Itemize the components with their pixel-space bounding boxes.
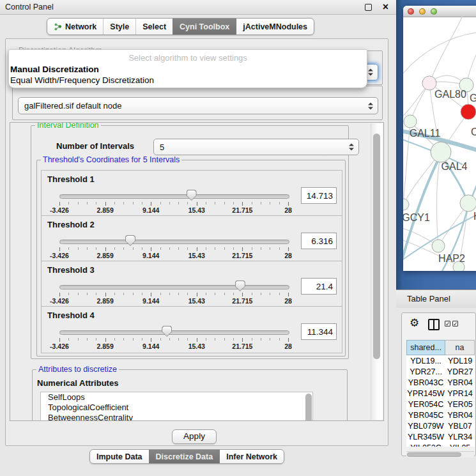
table-panel: ⚙ ✓ ✓ shared... na YDL19...YDL19YDR27...… (396, 308, 476, 476)
tick-mark (59, 247, 60, 251)
dropdown-option-manual[interactable]: Manual Discretization (10, 65, 99, 74)
cell-name[interactable]: YBR04 (445, 410, 475, 420)
threshold-slider-track[interactable] (59, 194, 289, 199)
cell-name[interactable]: YBL07 (445, 420, 475, 431)
close-traffic-light-icon[interactable] (408, 8, 414, 15)
threshold-value-field[interactable]: 11.344 (301, 323, 337, 340)
bottom-tab-impute-data[interactable]: Impute Data (90, 450, 149, 463)
tab-select[interactable]: Select (135, 19, 173, 35)
cell-name[interactable]: YER05 (445, 399, 475, 410)
close-icon[interactable]: × (383, 0, 388, 13)
slider-thumb[interactable] (235, 280, 245, 291)
threshold-4-panel: Threshold 4 -3.4262.8599.14415.4321.7152… (41, 306, 342, 353)
scale-label: 28 (284, 342, 292, 350)
list-scrollbar-thumb[interactable] (305, 394, 312, 421)
tab-network[interactable]: Network (47, 19, 103, 35)
tick-mark (233, 293, 234, 295)
slider-scale-labels: -3.4262.8599.14415.4321.71528 (59, 342, 288, 350)
table-row[interactable]: YDR27...YDR27 (406, 366, 475, 377)
scale-label: -3.426 (50, 206, 69, 214)
cell-name[interactable]: YBR04 (445, 377, 475, 388)
table-row[interactable]: YBR045CYBR04 (406, 410, 475, 420)
tab-label: Network (65, 22, 96, 31)
threshold-value-field[interactable]: 21.4 (301, 278, 337, 295)
column-header-shared-name[interactable]: shared... (406, 340, 445, 355)
zoom-traffic-light-icon[interactable] (431, 8, 437, 15)
threshold-value-field[interactable]: 6.316 (301, 233, 337, 249)
tick-mark (233, 247, 234, 250)
table-row[interactable]: YBR043CYBR04 (406, 377, 475, 388)
cell-shared-name[interactable]: YDL19... (406, 355, 445, 366)
table-panel-inner: ⚙ ✓ ✓ shared... na YDL19...YDL19YDR27...… (401, 312, 476, 456)
tick-mark (215, 293, 215, 295)
bottom-tab-infer-network[interactable]: Infer Network (219, 450, 284, 463)
minimize-traffic-light-icon[interactable] (419, 8, 426, 15)
scrollbar-thumb[interactable] (373, 134, 380, 359)
cell-name[interactable]: YIL05 (445, 442, 475, 447)
scale-label: 9.144 (142, 342, 159, 350)
network-view-area[interactable]: GAL80 GA C GAL11 GAL4 GCY1 H HAP2 (396, 0, 476, 289)
cell-shared-name[interactable]: YDR27... (406, 366, 445, 377)
tick-mark (215, 338, 215, 341)
cell-shared-name[interactable]: YER054C (406, 399, 445, 410)
dropdown-placeholder-option[interactable]: Select algorithm to view settings (9, 53, 367, 63)
dropdown-option-equal-width[interactable]: Equal Width/Frequency Discretization (10, 75, 154, 85)
vertical-scrollbar[interactable] (371, 123, 383, 420)
label-gal11: GAL11 (410, 128, 441, 139)
apply-button[interactable]: Apply (172, 429, 217, 444)
column-header-name[interactable]: na (445, 340, 475, 355)
threshold-value-field[interactable]: 14.713 (301, 187, 337, 204)
tick-mark (78, 202, 79, 204)
column-browse-icon[interactable] (428, 319, 440, 330)
cell-shared-name[interactable]: YBR043C (406, 377, 445, 388)
num-intervals-combo[interactable]: 5 (153, 139, 359, 155)
horizontal-scrollbar[interactable] (406, 451, 474, 457)
cell-name[interactable]: YLR34 (445, 431, 475, 442)
slider-thumb[interactable] (125, 235, 135, 246)
table-row[interactable]: YPR145WYPR14 (406, 388, 475, 399)
slider-thumb[interactable] (162, 326, 172, 337)
attribute-list-item[interactable]: SelfLoops (41, 392, 312, 403)
scrollbar-thumb[interactable] (407, 452, 461, 457)
tab-style[interactable]: Style (103, 19, 135, 35)
bottom-tab-discretize-data[interactable]: Discretize Data (149, 450, 220, 463)
attribute-list-item[interactable]: BetweennessCentrality (41, 413, 312, 421)
node-red-selected (461, 104, 476, 119)
cell-name[interactable]: YDL19 (445, 355, 475, 366)
cell-shared-name[interactable]: YLR345W (406, 431, 445, 442)
checkbox-icon[interactable]: ✓ (445, 321, 450, 326)
cell-shared-name[interactable]: YPR145W (406, 388, 445, 399)
cell-shared-name[interactable]: YBR045C (406, 410, 445, 420)
slider-thumb[interactable] (187, 190, 197, 201)
table-row[interactable]: YDL19...YDL19 (406, 355, 475, 366)
tab-jactivemnodules[interactable]: jActiveMNodules (236, 19, 314, 35)
cell-name[interactable]: YDR27 (445, 366, 475, 377)
slider-ticks (59, 338, 288, 342)
tick-mark (288, 202, 289, 206)
app-window: Control Panel × NetworkStyleSelectCyni T… (0, 0, 476, 476)
table-data-combo[interactable]: galFiltered.sif default node (18, 97, 378, 114)
float-icon[interactable] (365, 4, 372, 11)
tick-mark (160, 202, 161, 204)
cell-shared-name[interactable]: YBL079W (406, 420, 445, 431)
network-graph[interactable]: GAL80 GA C GAL11 GAL4 GCY1 H HAP2 (403, 17, 476, 271)
threshold-slider-track[interactable] (59, 330, 289, 335)
table-row[interactable]: YIL052CYIL05 (406, 442, 475, 447)
tick-mark (242, 202, 243, 206)
table-row[interactable]: YBL079WYBL07 (406, 420, 475, 431)
tab-cyni-toolbox[interactable]: Cyni Toolbox (173, 19, 236, 35)
threshold-slider-track[interactable] (59, 240, 289, 244)
scale-label: -3.426 (50, 297, 69, 305)
attributes-group-label: Attributes to discretize (36, 365, 119, 374)
cell-name[interactable]: YPR14 (445, 388, 475, 399)
interval-definition-label: Interval Definition (35, 122, 101, 130)
attribute-list-item[interactable]: TopologicalCoefficient (41, 403, 312, 413)
table-row[interactable]: YER054CYER05 (406, 399, 475, 410)
checkbox-icon[interactable]: ✓ (452, 321, 458, 326)
table-row[interactable]: YLR345WYLR34 (406, 431, 475, 442)
cell-shared-name[interactable]: YIL052C (406, 442, 445, 447)
label-clipped-ga: GA (470, 93, 476, 104)
tick-mark (242, 293, 243, 296)
gear-icon[interactable]: ⚙ (410, 316, 419, 329)
threshold-slider-track[interactable] (59, 285, 289, 289)
